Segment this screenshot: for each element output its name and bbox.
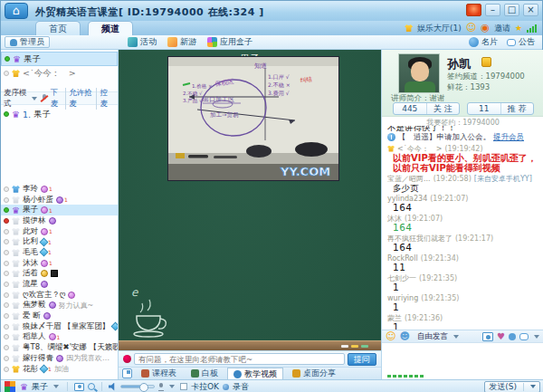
avatar[interactable] bbox=[398, 53, 440, 93]
smiley-icon[interactable]: ☺ bbox=[466, 24, 476, 33]
list-item[interactable]: 狼妹〆千眉 【皇家军团】1 bbox=[1, 321, 118, 332]
zoom-icon[interactable] bbox=[88, 383, 95, 390]
list-item[interactable]: 李玲1 bbox=[1, 184, 118, 195]
chevron-down-icon[interactable] bbox=[53, 385, 59, 388]
hall-icon bbox=[405, 24, 413, 32]
member-badge-icon bbox=[56, 355, 63, 362]
heart-icon[interactable]: ♥ bbox=[497, 331, 505, 341]
shirt-icon bbox=[12, 196, 20, 204]
status-bar: ♛ 果子 卡拉OK 录音 发送(S) bbox=[1, 379, 543, 392]
collapse-icon[interactable] bbox=[122, 368, 132, 378]
list-item[interactable]: 沐沐1 bbox=[1, 258, 118, 269]
list-item[interactable]: 爱 断 bbox=[1, 311, 118, 321]
chevron-down-icon[interactable] bbox=[453, 335, 459, 339]
tab-desktop-share[interactable]: 桌面分享 bbox=[287, 368, 341, 379]
ask-button[interactable]: 提问 bbox=[348, 353, 376, 366]
list-item[interactable]: 杨小虾蛋1 bbox=[1, 195, 118, 206]
close-button[interactable]: × bbox=[523, 4, 538, 16]
question-bar: 提问 bbox=[119, 350, 381, 367]
emoji-icon[interactable]: ☻ bbox=[399, 332, 409, 341]
chat-bubble-icon[interactable] bbox=[519, 333, 529, 340]
chalk-tray bbox=[119, 340, 381, 350]
announcement-button[interactable]: 公告 bbox=[507, 36, 535, 48]
send-button[interactable]: 发送(S) bbox=[484, 381, 540, 392]
list-item[interactable]: 粤T8、绸缎✖'安娜 【天籁歌手】 bbox=[1, 342, 118, 353]
tab-channel[interactable]: 频道 bbox=[88, 21, 133, 35]
control-mic-link[interactable]: 控麦 bbox=[96, 88, 115, 110]
lecturer-badge-icon bbox=[481, 57, 491, 67]
whiteboard-icon bbox=[191, 369, 199, 378]
chat-message: 164 bbox=[393, 223, 539, 233]
list-item[interactable]: ღ欢宫主？ღ bbox=[1, 290, 118, 301]
chat-input[interactable] bbox=[382, 342, 543, 379]
speak-mode-select[interactable]: 自由发言 bbox=[417, 331, 448, 342]
favorite-star-icon[interactable]: ★ bbox=[515, 24, 522, 33]
mic-mode-label[interactable]: 麦序模式 bbox=[4, 88, 30, 110]
bell-icon[interactable] bbox=[509, 333, 516, 340]
screenshot-icon[interactable] bbox=[482, 332, 493, 341]
list-item[interactable]: 嫁行得青因为我喜欢确定无疑... bbox=[1, 353, 118, 364]
offline-dot-icon bbox=[4, 71, 9, 76]
svg-text:3.产品 √: 3.产品 √ bbox=[183, 98, 203, 103]
list-item[interactable]: 活着 bbox=[1, 269, 118, 280]
teaching-video[interactable]: 知道 1.口岸 √ 2.不稳 × 3.费用 √ 纠结 1.价格 × 2.不稳 √… bbox=[168, 57, 338, 180]
admin-button[interactable]: 管理员 bbox=[5, 36, 50, 48]
emoticon-icon[interactable]: ☺ bbox=[386, 332, 395, 341]
app-grid-icon[interactable] bbox=[5, 381, 10, 387]
list-item[interactable]: 摸伊林 bbox=[1, 215, 118, 226]
screenshot-icon[interactable] bbox=[74, 383, 84, 391]
list-item[interactable]: 花彤1加油 bbox=[1, 364, 118, 375]
megaphone-icon[interactable]: ◉ bbox=[481, 24, 490, 33]
tab-home[interactable]: 首页 bbox=[35, 21, 81, 35]
list-item[interactable]: 稻草人1 bbox=[1, 332, 118, 343]
announcement-bubble-icon bbox=[507, 39, 516, 46]
chevron-down-icon[interactable] bbox=[32, 97, 37, 100]
stage-tab-bar: 课程表 白板 教学视频 桌面分享 bbox=[119, 367, 381, 379]
chat-message-list[interactable]: 不是讲得快了！！ 【 逍遥】申请加入公会。 提升会员 <˙今今： >(19:19… bbox=[382, 126, 543, 330]
app-box-button[interactable]: 应用盒子 bbox=[207, 36, 252, 48]
chevron-down-icon bbox=[530, 385, 536, 388]
mic-queue-row[interactable]: ♛ 1. 果子 bbox=[1, 107, 118, 121]
allow-grab-mic-link[interactable]: 允许抢麦 bbox=[65, 88, 96, 110]
activity-button[interactable]: 活动 bbox=[128, 36, 157, 48]
speaker-icon[interactable] bbox=[109, 383, 117, 391]
name-card-button[interactable]: 名片 bbox=[469, 36, 498, 48]
list-item[interactable]: 此对1 bbox=[1, 226, 118, 237]
tab-schedule[interactable]: 课程表 bbox=[136, 368, 182, 379]
chat-message: 164 bbox=[393, 243, 539, 253]
skin-button[interactable] bbox=[466, 4, 481, 16]
volume-slider[interactable] bbox=[120, 385, 155, 388]
invite-link[interactable]: 邀请 bbox=[494, 23, 510, 34]
list-item[interactable]: ♛果子1 bbox=[1, 205, 118, 215]
karaoke-checkbox[interactable] bbox=[180, 383, 187, 390]
schedule-icon bbox=[141, 369, 149, 378]
recommend-button[interactable]: 11推 荐 bbox=[467, 102, 534, 115]
entertainment-hall-link[interactable]: 娱乐大厅(1) bbox=[417, 23, 462, 34]
chevron-down-icon[interactable] bbox=[169, 385, 175, 388]
minimize-button[interactable]: – bbox=[485, 4, 500, 16]
tab-teaching-video[interactable]: 教学视频 bbox=[227, 368, 283, 379]
chat-user-line: 蒙兰(19:21:36) bbox=[387, 313, 539, 322]
list-item[interactable]: 焦梦毅努力认真~ bbox=[1, 301, 118, 311]
mic-down-link[interactable]: 下麦 bbox=[48, 88, 66, 110]
shirt-icon bbox=[12, 292, 20, 299]
sub-owner-row[interactable]: <˙今今： > bbox=[1, 66, 118, 81]
list-item[interactable]: 流星 bbox=[1, 279, 118, 290]
new-game-button[interactable]: 新游 bbox=[167, 36, 196, 48]
member-badge-icon bbox=[41, 228, 48, 235]
list-item[interactable]: 比利1 bbox=[1, 236, 118, 247]
mic-icon[interactable] bbox=[158, 383, 164, 391]
shirt-icon bbox=[12, 249, 20, 256]
card-icon bbox=[469, 37, 479, 47]
upgrade-member-link[interactable]: 提升会员 bbox=[493, 132, 524, 143]
chevron-down-icon[interactable] bbox=[534, 335, 539, 339]
question-input[interactable] bbox=[134, 353, 345, 365]
watermark: YY.COM bbox=[280, 165, 330, 178]
maximize-button[interactable]: □ bbox=[504, 4, 519, 16]
record-icon[interactable] bbox=[223, 384, 229, 390]
list-item[interactable]: 毛毛1 bbox=[1, 247, 118, 258]
channel-owner-row[interactable]: ♛ 果子 bbox=[1, 52, 118, 66]
tab-whiteboard[interactable]: 白板 bbox=[186, 368, 224, 379]
follow-button[interactable]: 445关 注 bbox=[393, 102, 460, 115]
home-icon[interactable]: ⌂ bbox=[5, 3, 28, 19]
